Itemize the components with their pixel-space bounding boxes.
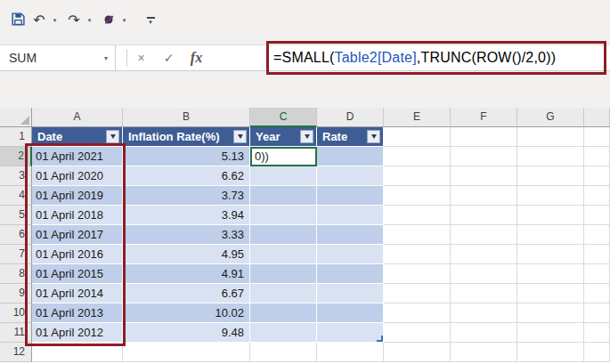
cell-A6[interactable]: 01 April 2017 (32, 225, 123, 245)
cell-A12[interactable] (32, 343, 123, 362)
cell-G10[interactable] (517, 303, 584, 323)
cell-C7[interactable] (250, 245, 317, 264)
cell-A8[interactable]: 01 April 2015 (32, 264, 123, 284)
cell-H5[interactable] (584, 206, 610, 225)
undo-button[interactable]: ↶ (28, 9, 50, 32)
cell-D2[interactable] (317, 147, 384, 166)
cell-E2[interactable] (384, 147, 451, 166)
cell-A7[interactable]: 01 April 2016 (32, 245, 123, 264)
cell-F4[interactable] (451, 186, 517, 206)
cell-A11[interactable]: 01 April 2012 (32, 323, 123, 343)
cell-F10[interactable] (451, 303, 517, 323)
cell-B10[interactable]: 10.02 (123, 303, 250, 323)
cell-H8[interactable] (584, 264, 610, 284)
formula-input[interactable]: =SMALL(Table2[Date],TRUNC(ROW()/2,0)) (210, 44, 610, 71)
cancel-button[interactable]: × (127, 44, 155, 71)
row-header-7[interactable]: 7 (0, 245, 32, 264)
cell-B3[interactable]: 6.62 (123, 166, 250, 186)
redo-button[interactable]: ↷ (63, 9, 85, 32)
insert-function-button[interactable]: fx (183, 44, 210, 71)
cell-C6[interactable] (250, 225, 317, 245)
cell-D1[interactable]: Rate (317, 127, 384, 147)
row-header-3[interactable]: 3 (0, 166, 32, 186)
cell-F11[interactable] (451, 323, 517, 343)
table-resize-handle[interactable] (377, 336, 383, 342)
cell-F3[interactable] (451, 166, 517, 186)
pen-dropdown-icon[interactable]: ▾ (119, 9, 129, 32)
cell-D8[interactable] (317, 264, 384, 284)
cell-G6[interactable] (517, 225, 584, 245)
cell-G2[interactable] (517, 147, 584, 166)
cell-A1[interactable]: Date (32, 127, 123, 147)
cell-C11[interactable] (250, 323, 317, 343)
column-header-D[interactable]: D (317, 108, 384, 127)
cell-G11[interactable] (517, 323, 584, 343)
cell-G8[interactable] (517, 264, 584, 284)
cell-B5[interactable]: 3.94 (123, 206, 250, 225)
cell-H7[interactable] (584, 245, 610, 264)
cell-B9[interactable]: 6.67 (123, 284, 250, 303)
cell-A2[interactable]: 01 April 2021 (32, 147, 123, 166)
cell-C8[interactable] (250, 264, 317, 284)
name-box[interactable]: SUM ▾ (0, 44, 116, 71)
cell-E7[interactable] (384, 245, 451, 264)
active-cell-C2[interactable]: 0)) (250, 147, 317, 166)
cell-G7[interactable] (517, 245, 584, 264)
row-header-8[interactable]: 8 (0, 264, 32, 284)
row-header-10[interactable]: 10 (0, 303, 32, 323)
cell-E6[interactable] (384, 225, 451, 245)
cell-E10[interactable] (384, 303, 451, 323)
cell-C5[interactable] (250, 206, 317, 225)
pen-tool-button[interactable] (98, 9, 119, 32)
enter-button[interactable]: ✓ (155, 44, 183, 71)
cell-H11[interactable] (584, 323, 610, 343)
cell-H4[interactable] (584, 186, 610, 206)
cell-E3[interactable] (384, 166, 451, 186)
cell-B11[interactable]: 9.48 (123, 323, 250, 343)
cell-H6[interactable] (584, 225, 610, 245)
cell-C12[interactable] (250, 343, 317, 362)
cell-F1[interactable] (451, 127, 517, 147)
cell-D6[interactable] (317, 225, 384, 245)
cell-B8[interactable]: 4.91 (123, 264, 250, 284)
cell-H1[interactable] (584, 127, 610, 147)
cell-D3[interactable] (317, 166, 384, 186)
cell-H10[interactable] (584, 303, 610, 323)
cell-D12[interactable] (317, 343, 384, 362)
column-header-G[interactable]: G (517, 108, 584, 127)
cell-E11[interactable] (384, 323, 451, 343)
cell-E5[interactable] (384, 206, 451, 225)
cell-H12[interactable] (584, 343, 610, 362)
select-all-button[interactable] (0, 108, 32, 127)
cell-A3[interactable]: 01 April 2020 (32, 166, 123, 186)
row-header-11[interactable]: 11 (0, 323, 32, 343)
cell-B7[interactable]: 4.95 (123, 245, 250, 264)
cell-H2[interactable] (584, 147, 610, 166)
cell-D11[interactable] (317, 323, 384, 343)
cell-A4[interactable]: 01 April 2019 (32, 186, 123, 206)
filter-button[interactable] (106, 130, 119, 143)
row-header-2[interactable]: 2 (0, 147, 32, 166)
cell-B12[interactable] (123, 343, 250, 362)
cell-G3[interactable] (517, 166, 584, 186)
cell-D5[interactable] (317, 206, 384, 225)
cell-D4[interactable] (317, 186, 384, 206)
cell-G12[interactable] (517, 343, 584, 362)
row-header-4[interactable]: 4 (0, 186, 32, 206)
cell-C4[interactable] (250, 186, 317, 206)
cell-E8[interactable] (384, 264, 451, 284)
cell-H3[interactable] (584, 166, 610, 186)
cell-A9[interactable]: 01 April 2014 (32, 284, 123, 303)
cell-C10[interactable] (250, 303, 317, 323)
row-header-6[interactable]: 6 (0, 225, 32, 245)
undo-dropdown-icon[interactable]: ▾ (50, 9, 60, 32)
filter-button[interactable] (300, 130, 313, 143)
filter-button[interactable] (233, 130, 247, 143)
save-button[interactable] (7, 9, 28, 32)
row-header-5[interactable]: 5 (0, 206, 32, 225)
cell-B4[interactable]: 3.73 (123, 186, 250, 206)
row-header-1[interactable]: 1 (0, 127, 32, 147)
cell-E12[interactable] (384, 343, 451, 362)
cell-F9[interactable] (451, 284, 517, 303)
cell-H9[interactable] (584, 284, 610, 303)
